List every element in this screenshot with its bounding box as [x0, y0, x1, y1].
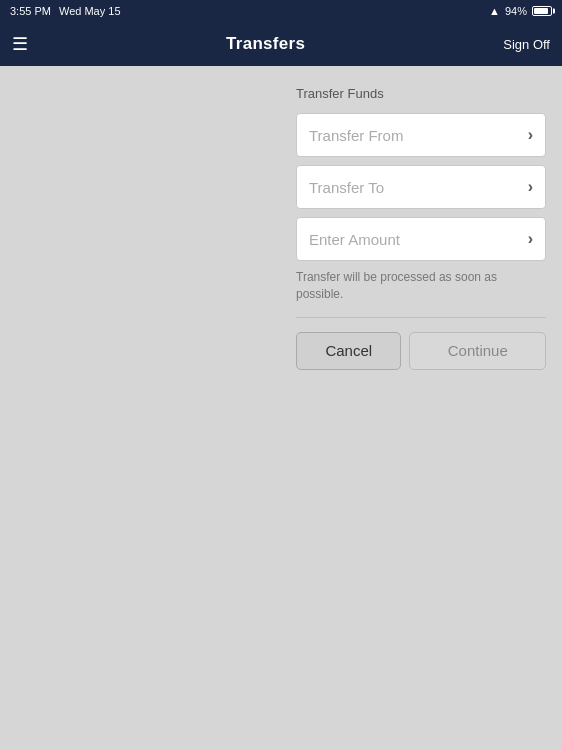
transfer-to-label: Transfer To [309, 179, 384, 196]
transfer-from-label: Transfer From [309, 127, 403, 144]
status-date: Wed May 15 [59, 5, 121, 17]
status-bar-left: 3:55 PM Wed May 15 [10, 5, 121, 17]
divider [296, 317, 546, 318]
right-panel: Transfer Funds Transfer From › Transfer … [280, 66, 562, 750]
sign-off-button[interactable]: Sign Off [503, 37, 550, 52]
page-title: Transfers [226, 34, 305, 54]
buttons-row: Cancel Continue [296, 332, 546, 370]
status-time: 3:55 PM [10, 5, 51, 17]
enter-amount-chevron-icon: › [528, 230, 533, 248]
transfer-to-chevron-icon: › [528, 178, 533, 196]
wifi-icon: ▲ [489, 5, 500, 17]
transfer-from-chevron-icon: › [528, 126, 533, 144]
section-title: Transfer Funds [296, 86, 546, 101]
battery-pct: 94% [505, 5, 527, 17]
transfer-from-field[interactable]: Transfer From › [296, 113, 546, 157]
menu-icon[interactable]: ☰ [12, 35, 28, 53]
enter-amount-label: Enter Amount [309, 231, 400, 248]
status-bar: 3:55 PM Wed May 15 ▲ 94% [0, 0, 562, 22]
continue-button[interactable]: Continue [409, 332, 546, 370]
battery-icon [532, 6, 552, 16]
main-content: Transfer Funds Transfer From › Transfer … [0, 66, 562, 750]
info-text: Transfer will be processed as soon as po… [296, 269, 546, 303]
left-panel [0, 66, 280, 750]
enter-amount-field[interactable]: Enter Amount › [296, 217, 546, 261]
cancel-button[interactable]: Cancel [296, 332, 401, 370]
status-bar-right: ▲ 94% [489, 5, 552, 17]
nav-bar: ☰ Transfers Sign Off [0, 22, 562, 66]
transfer-to-field[interactable]: Transfer To › [296, 165, 546, 209]
